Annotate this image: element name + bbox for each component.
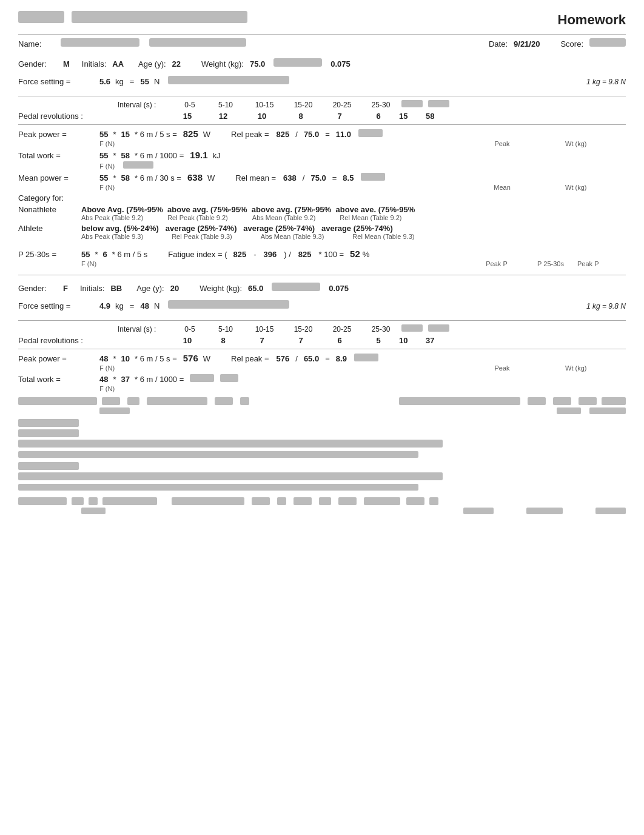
age-label: Age (y): <box>138 59 166 69</box>
p2-blurred-category <box>18 419 626 492</box>
p2-interval-label: Interval (s) : <box>118 325 172 334</box>
force-unit: kg <box>115 77 124 86</box>
pedal-label: Pedal revolutions : <box>18 112 170 121</box>
p2-int-20-25: 20-25 <box>324 325 360 334</box>
p2-int-10-15: 10-15 <box>246 325 283 334</box>
fatigue-minus: - <box>253 250 256 259</box>
p2-peak-power-label: Peak power = <box>18 354 97 363</box>
p2-age-value: 20 <box>170 284 179 293</box>
fatigue-peak: 825 <box>233 250 247 259</box>
p2-tw-blurred2 <box>220 374 238 382</box>
force-blurred <box>168 76 289 84</box>
p2-pedal-v2: 8 <box>205 336 241 345</box>
pp-sub2: Peak <box>466 140 538 147</box>
pp-f: 55 <box>99 130 108 139</box>
date-label: Date: <box>489 39 508 49</box>
int-5-10: 5-10 <box>207 101 244 109</box>
p2-total-work-label: Total work = <box>18 375 97 384</box>
p2-pedal-v4: 7 <box>283 336 319 345</box>
mp-unit: W <box>207 173 215 183</box>
peak-power-section: Peak power = 55 * 15 * 6 m / 5 s = 825 W… <box>18 129 626 147</box>
score-value <box>589 38 626 47</box>
p2-weight-label: Weight (kg): <box>200 284 242 293</box>
rel-mean-w: 638 <box>283 173 297 183</box>
p2-initials-value: BB <box>110 284 122 293</box>
intervals-header-row: Interval (s) : 0-5 5-10 10-15 15-20 20-2… <box>18 100 626 109</box>
p2-int-0-5: 0-5 <box>175 325 205 334</box>
demographics-row: Gender: M Initials: AA Age (y): 22 Weigh… <box>18 58 626 69</box>
p2-force-value: 4.9 <box>99 301 110 310</box>
p2-pp-sub3: Wt (kg) <box>565 364 626 372</box>
p2-pp-star: * <box>113 354 116 363</box>
int-15-20: 15-20 <box>285 101 321 109</box>
mp-sub2: Mean <box>466 184 538 191</box>
tw-formula: * 6 m / 1000 = <box>135 151 184 160</box>
athlete-values: below avg. (5%-24%) average (25%-74%) av… <box>81 224 414 233</box>
p2-int-blurred1 <box>401 324 426 334</box>
age-value: 22 <box>172 59 181 69</box>
pedal-sum: 58 <box>426 112 434 121</box>
rel-peak-label: Rel peak = <box>231 130 269 139</box>
pp-formula: * 6 m / 5 s = <box>135 130 177 139</box>
p2-weight-blurred <box>272 283 320 291</box>
int-blurred2 <box>428 100 452 109</box>
category-for-label: Category for: <box>18 193 64 203</box>
p2-force-setting-row: Force setting = 4.9 kg = 48 N 1 kg = 9.8… <box>18 300 626 310</box>
p2-pp-f: 48 <box>99 354 108 363</box>
stage-label: Stage #1: Anaerobic Cycling Program <box>18 12 247 22</box>
mean-power-label: Mean power = <box>18 173 97 183</box>
p2-initials-label: Initials: <box>80 284 104 293</box>
force-eq: = <box>130 77 135 86</box>
pedal-v5: 7 <box>321 112 358 121</box>
rel-peak-w: 825 <box>277 130 290 139</box>
rel-peak-val: 11.0 <box>336 130 351 139</box>
rel-mean-label: Rel mean = <box>235 173 276 183</box>
pp-sub3: Wt (kg) <box>565 140 626 147</box>
force-label: Force setting = <box>18 77 97 86</box>
p2-force-eq: = <box>130 301 135 310</box>
name-value <box>61 38 139 47</box>
athlete-label: Athlete <box>18 224 79 233</box>
rel-peak-eq: = <box>325 130 330 139</box>
fatigue-mult: * 100 = <box>319 250 344 259</box>
tw-kj: 19.1 <box>190 150 207 160</box>
p2-pedal-v6: 5 <box>360 336 397 345</box>
p25-star: * <box>95 250 98 259</box>
force-value: 5.6 <box>99 77 110 86</box>
int-25-30: 25-30 <box>363 101 399 109</box>
fatigue-label: Fatigue index = ( <box>168 250 227 259</box>
p2-tw-formula: * 6 m / 1000 = <box>135 375 184 384</box>
rel-mean-eq: = <box>332 173 337 183</box>
p2-force-blurred <box>168 300 289 309</box>
mp-star: * <box>113 173 116 183</box>
page-header: Stage #1: Anaerobic Cycling Program Home… <box>18 12 626 28</box>
mp-sub1: F (N) <box>99 184 115 191</box>
weight-blurred <box>273 58 322 67</box>
p2-pp-w: 576 <box>183 353 198 363</box>
p2-weight-ratio: 0.075 <box>329 284 349 293</box>
rel-mean-val: 8.5 <box>343 173 354 183</box>
pedal-v2: 12 <box>205 112 241 121</box>
p2-blurred-fatigue <box>18 497 626 514</box>
int-20-25: 20-25 <box>324 101 360 109</box>
pp-rev: 15 <box>121 130 130 139</box>
p2-int-25-30: 25-30 <box>363 325 399 334</box>
p2-pedal-v1: 10 <box>172 336 203 345</box>
mean-power-section: Mean power = 55 * 58 * 6 m / 30 s = 638 … <box>18 172 626 191</box>
peak-p2-label: Peak P <box>577 260 626 267</box>
fatigue-peakp: 825 <box>298 250 312 259</box>
tw-rev: 58 <box>121 151 130 160</box>
rel-mean-div: / <box>303 173 305 183</box>
p2-rel-peak-blurred <box>354 354 378 361</box>
fatigue-pct: % <box>363 250 370 259</box>
rel-peak-div: / <box>295 130 298 139</box>
peak-power-label: Peak power = <box>18 130 97 139</box>
p2-demographics-row: Gender: F Initials: BB Age (y): 20 Weigh… <box>18 283 626 293</box>
p2-gender-value: F <box>63 284 68 293</box>
tw-sub: F (N) <box>99 163 115 170</box>
pedal-v1: 15 <box>172 112 203 121</box>
p2-pp-formula: * 6 m / 5 s = <box>135 354 177 363</box>
p2-force-n: 48 <box>140 301 149 310</box>
header-left: Stage #1: Anaerobic Cycling Program <box>18 12 247 22</box>
pedal-total: 15 <box>399 112 423 121</box>
